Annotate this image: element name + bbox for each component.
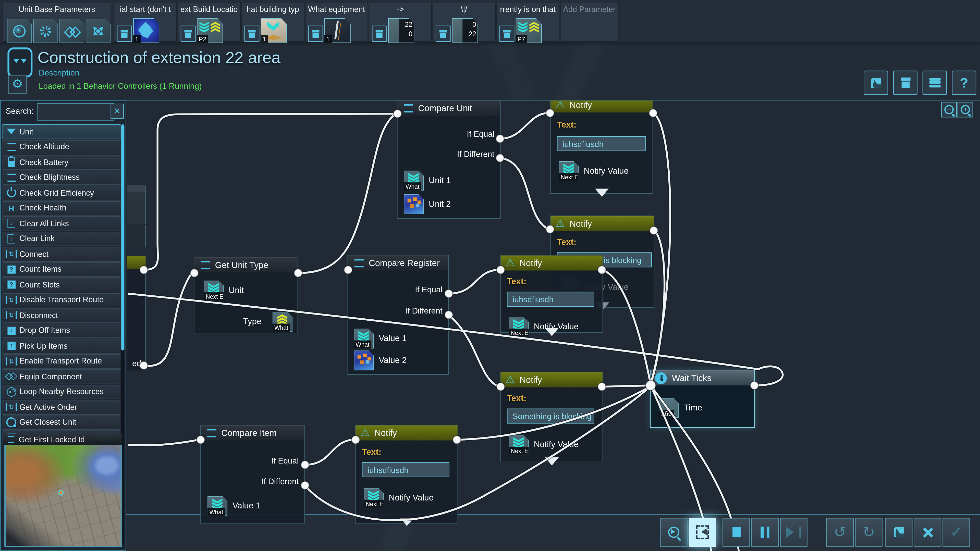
parameter-value-tile[interactable]: 022 bbox=[452, 18, 478, 43]
parameter-card[interactable]: Unit Base Parameters bbox=[3, 2, 111, 42]
param-slot-tile[interactable]: What bbox=[404, 171, 424, 191]
node-header[interactable]: ⚠Notify bbox=[551, 216, 654, 231]
sidebar-item-unit[interactable]: Unit bbox=[3, 124, 121, 139]
text-field-value[interactable]: iuhsdfiusdh bbox=[557, 136, 646, 151]
sidebar-item-clear-all-links[interactable]: ↓Clear All Links bbox=[3, 216, 121, 231]
pause-button[interactable] bbox=[751, 518, 779, 547]
search-input[interactable] bbox=[37, 103, 115, 121]
sidebar-item-get-active-order[interactable]: ⇅Get Active Order bbox=[3, 400, 121, 414]
param-slot-tile[interactable]: Next E bbox=[509, 317, 528, 337]
gear-icon[interactable]: ⚙ bbox=[8, 75, 27, 94]
sidebar-item-drop-off-items[interactable]: ↓Drop Off Items bbox=[3, 323, 121, 338]
remove-parameter-button[interactable] bbox=[117, 25, 132, 42]
sidebar-item-label: Check Blightness bbox=[19, 173, 80, 182]
node-compare-item[interactable]: Compare ItemIf EqualIf DifferentWhatValu… bbox=[200, 425, 305, 524]
param-slot-tile[interactable]: Next E bbox=[509, 435, 528, 454]
sidebar-item-check-battery[interactable]: Check Battery bbox=[3, 155, 121, 170]
node-header[interactable]: ⚠Notify bbox=[501, 256, 603, 271]
sidebar-item-loop-nearby-resources[interactable]: Loop Nearby Resources bbox=[3, 384, 121, 399]
remove-parameter-button[interactable] bbox=[372, 25, 387, 42]
remove-parameter-button[interactable] bbox=[436, 25, 451, 42]
remove-parameter-button[interactable] bbox=[308, 25, 323, 42]
param-slot-tile[interactable]: Next E bbox=[204, 281, 224, 300]
node-header[interactable]: Compare Unit bbox=[398, 100, 500, 116]
sidebar-item-get-closest-unit[interactable]: Get Closest Unit bbox=[3, 415, 121, 430]
parameter-value-tile[interactable]: 1 bbox=[325, 18, 351, 43]
text-field-value[interactable]: iuhsdfiusdh bbox=[362, 462, 449, 477]
cancel-button[interactable] bbox=[914, 518, 941, 547]
node-compare-unit[interactable]: Compare UnitIf EqualIf DifferentWhatUnit… bbox=[397, 100, 501, 219]
parameter-value-tile[interactable]: 1 bbox=[261, 18, 287, 43]
param-slot-tile[interactable]: What bbox=[207, 496, 228, 516]
param-slot-tile[interactable] bbox=[354, 351, 374, 370]
sidebar-item-equip-component[interactable]: Equip Component bbox=[3, 369, 121, 384]
undo-button[interactable]: ↺ bbox=[826, 518, 854, 547]
parameter-card[interactable]: \|/022 bbox=[433, 2, 496, 42]
canvas-zoom-out-button[interactable]: − bbox=[941, 102, 957, 118]
sidebar-item-disconnect[interactable]: ⇅Disconnect bbox=[3, 308, 121, 323]
behavior-description[interactable]: Description bbox=[39, 68, 80, 78]
node-notify-1[interactable]: ⚠NotifyText:iuhsdfiusdhNext ENotify Valu… bbox=[550, 97, 653, 194]
sidebar-item-enable-transport-route[interactable]: ⇅Enable Transport Route bbox=[3, 354, 121, 368]
param-slot-tile[interactable]: What bbox=[272, 312, 293, 332]
behavior-list-button[interactable] bbox=[923, 71, 947, 95]
parameter-card[interactable]: ext Build LocatioP2 bbox=[178, 2, 241, 42]
sidebar-item-check-altitude[interactable]: Check Altitude bbox=[3, 140, 121, 154]
node-compare-register[interactable]: Compare RegisterIf EqualIf DifferentWhat… bbox=[348, 255, 449, 375]
sidebar-item-check-blightness[interactable]: Check Blightness bbox=[3, 170, 121, 185]
param-slot-tile[interactable] bbox=[404, 194, 424, 214]
save-button[interactable] bbox=[885, 518, 913, 547]
behavior-title[interactable]: Construction of extension 22 area bbox=[38, 48, 280, 68]
redo-button[interactable]: ↻ bbox=[855, 518, 883, 547]
step-button[interactable] bbox=[780, 518, 808, 547]
node-notify-3[interactable]: ⚠NotifyText:iuhsdfiusdhNext ENotify Valu… bbox=[500, 255, 603, 333]
text-field-value[interactable]: iuhsdfiusdh bbox=[507, 292, 594, 307]
parameter-value-tile[interactable]: 1 bbox=[133, 18, 159, 43]
node-header[interactable]: Compare Item bbox=[200, 426, 304, 441]
sidebar-item-connect[interactable]: ⇅Connect bbox=[3, 247, 121, 262]
param-slot-tile[interactable]: Next E bbox=[364, 488, 383, 508]
save-behavior-button[interactable] bbox=[864, 71, 888, 95]
confirm-button[interactable]: ✓ bbox=[942, 518, 970, 547]
param-slot-tile[interactable]: Next E bbox=[558, 161, 579, 181]
node-notify-5[interactable]: ⚠NotifyText:Something is blockingNext EN… bbox=[500, 372, 603, 462]
delete-behavior-button[interactable] bbox=[893, 71, 918, 95]
parameter-card[interactable]: hat building typ1 bbox=[241, 2, 304, 42]
scrollbar-thumb[interactable] bbox=[121, 124, 124, 351]
sidebar-item-count-items[interactable]: ?Count Items bbox=[3, 262, 121, 277]
node-notify-4[interactable]: ⚠NotifyText:iuhsdfiusdhNext ENotify Valu… bbox=[355, 425, 458, 524]
add-parameter-button[interactable]: Add Parameter bbox=[560, 2, 619, 42]
parameter-value-tile[interactable]: 220 bbox=[388, 18, 414, 43]
remove-parameter-button[interactable] bbox=[245, 25, 259, 42]
node-get-unit-type[interactable]: Get Unit TypeNext EUnitWhatType bbox=[194, 257, 298, 334]
sidebar-item-check-health[interactable]: HCheck Health bbox=[3, 201, 121, 216]
help-button[interactable]: ? bbox=[952, 71, 977, 95]
sidebar-item-pick-up-items[interactable]: ↑Pick Up Items bbox=[3, 338, 121, 353]
sidebar-item-disable-transport-route[interactable]: ⇅Disable Transport Route bbox=[3, 292, 121, 307]
zoom-mode-button[interactable] bbox=[660, 518, 687, 547]
node-header[interactable]: ⚠Notify bbox=[355, 426, 457, 441]
remove-parameter-button[interactable] bbox=[181, 25, 196, 42]
search-clear-button[interactable]: ✕ bbox=[110, 104, 124, 119]
param-slot-tile[interactable]: What bbox=[354, 329, 374, 348]
parameter-value-tile[interactable]: P7 bbox=[515, 18, 542, 43]
node-wait-ticks[interactable]: Wait Ticks160Time bbox=[650, 370, 755, 428]
parameter-card[interactable]: ->220 bbox=[369, 2, 432, 42]
node-header[interactable]: ⚠Notify bbox=[501, 372, 603, 387]
sidebar-item-clear-link[interactable]: ↓Clear Link bbox=[3, 231, 121, 246]
sidebar-item-count-slots[interactable]: ?Count Slots bbox=[3, 277, 121, 292]
parameter-card[interactable]: ial start (don't t1 bbox=[114, 2, 177, 42]
parameter-value-tile[interactable]: P2 bbox=[197, 18, 223, 43]
canvas-zoom-in-button[interactable]: + bbox=[958, 102, 973, 118]
parameter-card[interactable]: What equipment1 bbox=[305, 2, 368, 42]
remove-parameter-button[interactable] bbox=[500, 25, 514, 42]
node-header[interactable]: Wait Ticks bbox=[651, 370, 754, 386]
sidebar-item-check-grid-efficiency[interactable]: Check Grid Efficiency bbox=[3, 186, 121, 200]
param-slot-tile[interactable]: 160 bbox=[659, 398, 679, 418]
node-header[interactable]: Compare Register bbox=[348, 256, 448, 271]
text-field-value[interactable]: Something is blocking bbox=[507, 409, 594, 424]
stop-button[interactable] bbox=[722, 518, 750, 547]
parameter-card[interactable]: rrently is on thatP7 bbox=[496, 2, 559, 42]
node-header[interactable]: Get Unit Type bbox=[194, 257, 298, 272]
select-mode-button[interactable] bbox=[689, 518, 716, 547]
